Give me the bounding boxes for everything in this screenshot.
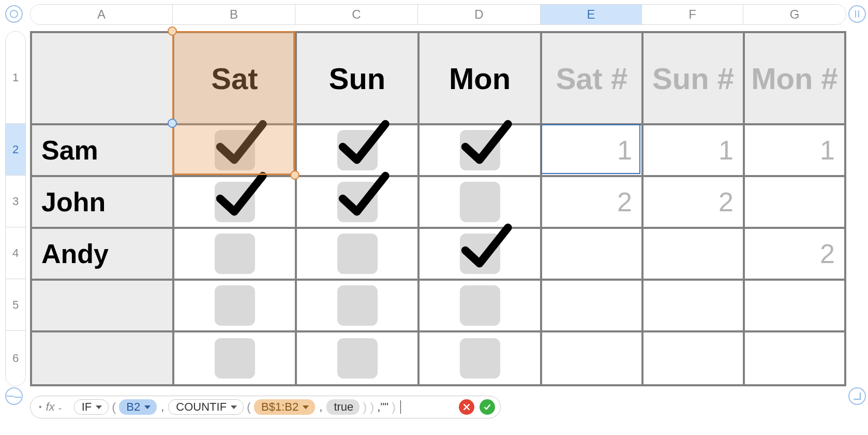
cell-E2[interactable]: 1 [541,124,642,176]
cell-D2[interactable] [418,124,541,176]
cell-F4[interactable] [642,228,744,280]
col-header-E[interactable]: E [541,5,642,24]
checkbox[interactable] [337,285,378,326]
checkbox[interactable] [337,182,378,222]
cell-D5[interactable] [418,280,541,331]
cell-C3[interactable] [296,176,418,228]
checkbox[interactable] [460,130,500,170]
cell-G3[interactable] [744,176,845,228]
checkbox[interactable] [460,285,500,326]
col-header-A[interactable]: A [31,5,173,24]
formula-tail-text: ,"" [377,400,388,414]
header-sat: Sat [174,61,295,96]
row-header-6[interactable]: 6 [6,331,25,386]
checkbox[interactable] [337,338,378,379]
cell-F2[interactable]: 1 [642,124,744,176]
formula-token-if[interactable]: IF [74,399,109,415]
fx-label[interactable]: fx ⌄ [46,400,63,414]
checkbox[interactable] [215,130,255,170]
cell-E3[interactable]: 2 [541,176,642,228]
cell-C1[interactable]: Sun [296,32,418,124]
formula-cancel-button[interactable] [459,399,474,415]
col-header-D[interactable]: D [418,5,541,24]
row-header-4[interactable]: 4 [6,227,25,279]
cell-E6[interactable] [541,331,642,385]
cell-B1[interactable]: Sat [173,32,296,124]
cell-A4[interactable]: Andy [31,228,173,280]
cell-G4[interactable]: 2 [744,228,845,280]
header-sun-num: Sun # [643,61,743,96]
header-mon-num: Mon # [745,61,844,96]
formula-token-countif[interactable]: COUNTIF [168,399,244,415]
cell-D6[interactable] [418,331,541,385]
cell-A1[interactable] [31,32,173,124]
formula-accept-button[interactable] [480,399,495,415]
checkbox[interactable] [215,338,255,379]
row-header-2[interactable]: 2 [6,124,25,176]
chevron-down-icon: ⌄ [57,403,63,411]
formula-bar[interactable]: • fx ⌄ IF ( B2 , COUNTIF ( B$1:B2 , true… [30,396,501,418]
cell-C5[interactable] [296,280,418,331]
formula-token-range[interactable]: B$1:B2 [254,399,315,415]
cell-A5[interactable] [31,280,173,331]
spreadsheet-table: Sat Sun Mon Sat # Sun # Mon # Sam 1 1 1 … [30,31,846,386]
checkbox[interactable] [215,285,255,326]
row-headers: 1 2 3 4 5 6 [5,31,26,386]
cell-G6[interactable] [744,331,845,385]
cell-D1[interactable]: Mon [418,32,541,124]
checkbox[interactable] [215,182,255,222]
checkbox[interactable] [337,130,378,170]
checkbox[interactable] [215,234,255,274]
header-mon: Mon [420,61,540,96]
col-header-G[interactable]: G [743,5,846,24]
formula-bullet-icon: • [39,402,42,412]
add-column-handle[interactable] [848,5,866,23]
cell-E4[interactable] [541,228,642,280]
col-header-C[interactable]: C [295,5,418,24]
cell-E5[interactable] [541,280,642,331]
cell-F3[interactable]: 2 [642,176,744,228]
table-resize-handle[interactable] [848,387,866,405]
row-header-3[interactable]: 3 [6,176,25,227]
row-header-1[interactable]: 1 [6,32,25,124]
cell-D4[interactable] [418,228,541,280]
cell-F1[interactable]: Sun # [642,32,744,124]
column-headers: A B C D E F G [30,4,846,25]
checkbox[interactable] [460,234,500,274]
checkbox[interactable] [460,338,500,379]
text-cursor [400,400,401,414]
cell-A6[interactable] [31,331,173,385]
cell-G2[interactable]: 1 [744,124,845,176]
cell-B4[interactable] [173,228,296,280]
cell-F5[interactable] [642,280,744,331]
col-header-B[interactable]: B [173,5,295,24]
cell-G5[interactable] [744,280,845,331]
cell-C4[interactable] [296,228,418,280]
cell-F6[interactable] [642,331,744,385]
checkbox[interactable] [460,182,500,222]
table-origin-handle[interactable] [5,5,23,23]
formula-token-ref-b2[interactable]: B2 [119,399,157,415]
col-header-F[interactable]: F [642,5,743,24]
cell-A3[interactable]: John [31,176,173,228]
formula-token-true[interactable]: true [326,399,360,415]
cell-B3[interactable] [173,176,296,228]
cell-B5[interactable] [173,280,296,331]
header-sun: Sun [297,61,417,96]
cell-B6[interactable] [173,331,296,385]
cell-E1[interactable]: Sat # [541,32,642,124]
cell-G1[interactable]: Mon # [744,32,845,124]
row-header-5[interactable]: 5 [6,279,25,331]
cell-A2[interactable]: Sam [31,124,173,176]
cell-C6[interactable] [296,331,418,385]
add-row-handle[interactable] [5,387,23,405]
header-sat-num: Sat # [542,61,641,96]
checkbox[interactable] [337,234,378,274]
